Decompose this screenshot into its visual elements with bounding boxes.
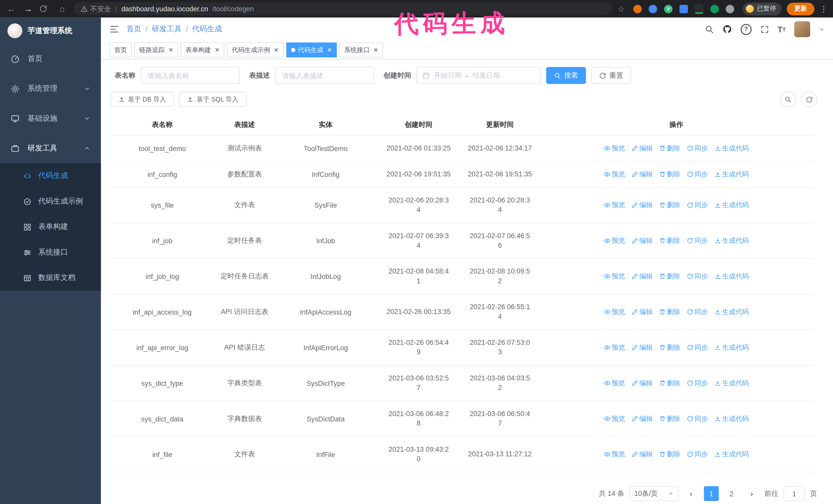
- paused-badge[interactable]: 已暂停: [743, 2, 782, 15]
- sync-link[interactable]: 同步: [687, 343, 708, 352]
- extension-icon-grid[interactable]: [680, 5, 688, 13]
- delete-link[interactable]: 删除: [659, 379, 680, 388]
- page-size-select[interactable]: 10条/页: [629, 486, 679, 501]
- preview-link[interactable]: 预览: [604, 307, 625, 316]
- sidebar-item-api[interactable]: 系统接口: [0, 240, 101, 265]
- tab-codegen[interactable]: 代码生成 ✕: [286, 43, 336, 57]
- browser-menu-icon[interactable]: ⋮: [820, 4, 828, 14]
- tab-api[interactable]: 系统接口 ✕: [339, 43, 383, 57]
- update-button[interactable]: 更新: [787, 2, 814, 15]
- breadcrumb-devtools[interactable]: 研发工具: [152, 24, 182, 34]
- preview-link[interactable]: 预览: [604, 170, 625, 179]
- edit-link[interactable]: 编辑: [631, 170, 652, 179]
- generate-code-link[interactable]: 生成代码: [714, 200, 749, 210]
- generate-code-link[interactable]: 生成代码: [714, 236, 749, 245]
- sync-link[interactable]: 同步: [687, 200, 708, 210]
- toggle-search-button[interactable]: [780, 92, 796, 107]
- fullscreen-icon[interactable]: [760, 25, 769, 33]
- sidebar-item-home[interactable]: 首页: [0, 44, 101, 74]
- delete-link[interactable]: 删除: [659, 170, 680, 179]
- sidebar-item-codegen-example[interactable]: 代码生成示例: [0, 189, 101, 214]
- sync-link[interactable]: 同步: [687, 170, 708, 179]
- avatar-caret-icon[interactable]: [819, 26, 825, 32]
- home-icon[interactable]: ⌂: [56, 4, 68, 14]
- edit-link[interactable]: 编辑: [631, 379, 652, 388]
- sidebar-item-codegen[interactable]: 代码生成: [0, 163, 101, 188]
- breadcrumb-home[interactable]: 首页: [126, 24, 141, 34]
- reload-icon[interactable]: [39, 5, 51, 13]
- edit-link[interactable]: 编辑: [631, 144, 652, 153]
- prev-page-button[interactable]: ‹: [684, 486, 699, 501]
- preview-link[interactable]: 预览: [604, 414, 625, 423]
- goto-page-input[interactable]: [784, 486, 805, 501]
- generate-code-link[interactable]: 生成代码: [714, 144, 749, 153]
- edit-link[interactable]: 编辑: [631, 307, 652, 316]
- delete-link[interactable]: 删除: [659, 144, 680, 153]
- generate-code-link[interactable]: 生成代码: [714, 307, 749, 316]
- sync-link[interactable]: 同步: [687, 379, 708, 388]
- close-icon[interactable]: ✕: [215, 46, 220, 53]
- sidebar-item-infra[interactable]: 基础设施: [0, 103, 101, 133]
- help-icon[interactable]: ?: [740, 24, 752, 35]
- edit-link[interactable]: 编辑: [631, 236, 652, 245]
- forward-icon[interactable]: →: [22, 4, 34, 14]
- delete-link[interactable]: 删除: [659, 307, 680, 316]
- bookmark-star-icon[interactable]: ☆: [618, 4, 625, 14]
- reset-button[interactable]: 重置: [591, 67, 631, 84]
- extension-icon-vue[interactable]: V: [664, 5, 672, 13]
- sync-link[interactable]: 同步: [687, 450, 708, 459]
- sync-link[interactable]: 同步: [687, 414, 708, 423]
- edit-link[interactable]: 编辑: [631, 272, 652, 281]
- back-icon[interactable]: ←: [5, 4, 17, 14]
- sync-link[interactable]: 同步: [687, 272, 708, 281]
- close-icon[interactable]: ✕: [374, 46, 378, 53]
- generate-code-link[interactable]: 生成代码: [714, 343, 749, 352]
- delete-link[interactable]: 删除: [659, 343, 680, 352]
- close-icon[interactable]: ✕: [168, 46, 173, 53]
- sync-link[interactable]: 同步: [687, 144, 708, 153]
- delete-link[interactable]: 删除: [659, 236, 680, 245]
- extension-icon-5[interactable]: [695, 4, 703, 14]
- tab-home[interactable]: 首页: [110, 43, 132, 57]
- preview-link[interactable]: 预览: [604, 379, 625, 388]
- edit-link[interactable]: 编辑: [631, 343, 652, 352]
- page-button-2[interactable]: 2: [724, 486, 739, 501]
- search-button[interactable]: 搜索: [546, 67, 586, 84]
- delete-link[interactable]: 删除: [659, 414, 680, 423]
- import-db-button[interactable]: 基于 DB 导入: [111, 92, 174, 107]
- preview-link[interactable]: 预览: [604, 200, 625, 210]
- refresh-table-button[interactable]: [801, 92, 817, 107]
- github-icon[interactable]: [722, 24, 732, 34]
- address-bar[interactable]: 不安全 | dashboard.yudao.iocoder.cn /tool/c…: [73, 2, 612, 16]
- extensions-puzzle-icon[interactable]: [725, 5, 734, 13]
- import-sql-button[interactable]: 基于 SQL 导入: [179, 92, 246, 107]
- sidebar-item-devtools[interactable]: 研发工具: [0, 133, 101, 163]
- preview-link[interactable]: 预览: [604, 144, 625, 153]
- delete-link[interactable]: 删除: [659, 200, 680, 210]
- delete-link[interactable]: 删除: [659, 450, 680, 459]
- tab-form-builder[interactable]: 表单构建 ✕: [181, 43, 224, 57]
- generate-code-link[interactable]: 生成代码: [714, 414, 749, 423]
- table-desc-input[interactable]: [275, 67, 374, 84]
- tab-codegen-example[interactable]: 代码生成示例 ✕: [227, 43, 284, 57]
- edit-link[interactable]: 编辑: [631, 414, 652, 423]
- sync-link[interactable]: 同步: [687, 236, 708, 245]
- page-button-1[interactable]: 1: [704, 486, 719, 501]
- collapse-sidebar-icon[interactable]: [110, 24, 119, 34]
- preview-link[interactable]: 预览: [604, 272, 625, 281]
- table-name-input[interactable]: [141, 67, 240, 84]
- edit-link[interactable]: 编辑: [631, 450, 652, 459]
- generate-code-link[interactable]: 生成代码: [714, 379, 749, 388]
- user-avatar[interactable]: [794, 21, 810, 37]
- logo-row[interactable]: 芋道管理系统: [0, 18, 101, 44]
- tab-tracing[interactable]: 链路追踪 ✕: [134, 43, 178, 57]
- sidebar-item-db-doc[interactable]: 数据库文档: [0, 265, 101, 290]
- generate-code-link[interactable]: 生成代码: [714, 450, 749, 459]
- extension-icon-2[interactable]: [649, 5, 657, 13]
- preview-link[interactable]: 预览: [604, 236, 625, 245]
- sync-link[interactable]: 同步: [687, 307, 708, 316]
- close-icon[interactable]: ✕: [274, 46, 279, 53]
- sidebar-item-form-builder[interactable]: 表单构建: [0, 214, 101, 239]
- font-size-icon[interactable]: TT: [778, 25, 786, 33]
- generate-code-link[interactable]: 生成代码: [714, 170, 749, 179]
